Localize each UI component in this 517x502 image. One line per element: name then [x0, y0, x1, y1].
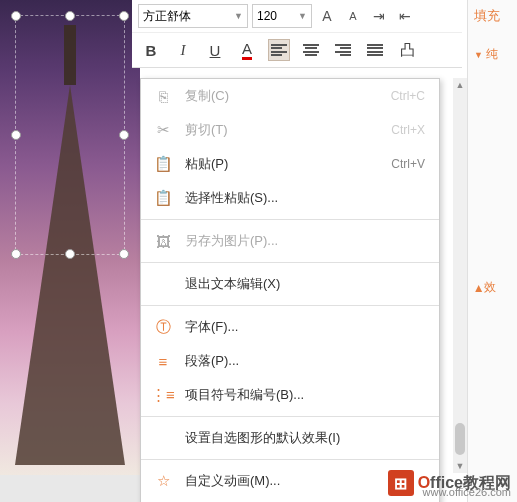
cut-icon: ✂	[151, 121, 175, 139]
side-panel: 填充 ▼ 纯 ▶ 效	[467, 0, 517, 502]
align-justify-button[interactable]	[364, 39, 386, 61]
slide-canvas[interactable]	[0, 0, 140, 475]
image-icon: 🖼	[151, 233, 175, 250]
highlight-button[interactable]: 凸	[396, 39, 418, 61]
resize-handle-bl[interactable]	[11, 249, 21, 259]
increase-indent-icon[interactable]: ⇥	[368, 5, 390, 27]
watermark-url: www.office26.com	[423, 486, 511, 498]
menu-copy: ⎘ 复制(C) Ctrl+C	[141, 79, 439, 113]
triangle-down-icon: ▼	[474, 50, 483, 60]
copy-icon: ⎘	[151, 88, 175, 105]
font-family-select[interactable]: 方正舒体 ▼	[138, 4, 248, 28]
menu-paste-special[interactable]: 📋 选择性粘贴(S)...	[141, 181, 439, 215]
chevron-down-icon: ▼	[234, 11, 243, 21]
scroll-thumb[interactable]	[455, 423, 465, 455]
menu-separator	[141, 262, 439, 263]
canvas-bottom-border	[0, 475, 140, 502]
menu-paste[interactable]: 📋 粘贴(P) Ctrl+V	[141, 147, 439, 181]
side-panel-tab-fill[interactable]: 填充	[474, 4, 511, 28]
menu-default-shape-label: 设置自选图形的默认效果(I)	[185, 429, 425, 447]
resize-handle-bc[interactable]	[65, 249, 75, 259]
paragraph-icon: ≡	[151, 353, 175, 370]
menu-paragraph[interactable]: ≡ 段落(P)...	[141, 344, 439, 378]
font-family-value: 方正舒体	[143, 8, 191, 25]
menu-font-label: 字体(F)...	[185, 318, 425, 336]
paste-special-icon: 📋	[151, 189, 175, 207]
menu-action-settings[interactable]: ▷ 动作设置(A)...	[141, 498, 439, 502]
toolbar-row-font: 方正舒体 ▼ 120 ▼ A A ⇥ ⇤	[132, 0, 462, 33]
font-icon: Ⓣ	[151, 318, 175, 337]
context-menu: ⎘ 复制(C) Ctrl+C ✂ 剪切(T) Ctrl+X 📋 粘贴(P) Ct…	[140, 78, 440, 502]
menu-cut-label: 剪切(T)	[185, 121, 391, 139]
menu-separator	[141, 416, 439, 417]
menu-exit-text-edit-label: 退出文本编辑(X)	[185, 275, 425, 293]
align-left-button[interactable]	[268, 39, 290, 61]
resize-handle-tl[interactable]	[11, 11, 21, 21]
menu-copy-shortcut: Ctrl+C	[391, 89, 425, 103]
increase-font-button[interactable]: A	[316, 5, 338, 27]
menu-font[interactable]: Ⓣ 字体(F)...	[141, 310, 439, 344]
side-panel-item-label: 纯	[486, 46, 498, 63]
menu-separator	[141, 305, 439, 306]
menu-cut-shortcut: Ctrl+X	[391, 123, 425, 137]
italic-button[interactable]: I	[172, 39, 194, 61]
resize-handle-br[interactable]	[119, 249, 129, 259]
side-panel-item-label: 效	[484, 279, 496, 296]
menu-default-shape-effect[interactable]: 设置自选图形的默认效果(I)	[141, 421, 439, 455]
paste-icon: 📋	[151, 155, 175, 173]
formatting-toolbar: 方正舒体 ▼ 120 ▼ A A ⇥ ⇤ B I U A 凸	[132, 0, 462, 68]
menu-paste-shortcut: Ctrl+V	[391, 157, 425, 171]
side-panel-section-solid[interactable]: ▼ 纯	[474, 38, 511, 71]
vertical-scrollbar[interactable]: ▲ ▼	[453, 78, 467, 473]
side-panel-section-effects[interactable]: ▶ 效	[474, 271, 511, 304]
menu-bullets-label: 项目符号和编号(B)...	[185, 386, 425, 404]
font-size-value: 120	[257, 9, 277, 23]
menu-cut: ✂ 剪切(T) Ctrl+X	[141, 113, 439, 147]
resize-handle-tr[interactable]	[119, 11, 129, 21]
menu-paste-special-label: 选择性粘贴(S)...	[185, 189, 425, 207]
menu-bullets-numbering[interactable]: ⋮≡ 项目符号和编号(B)...	[141, 378, 439, 412]
scroll-up-icon[interactable]: ▲	[453, 78, 467, 92]
list-icon: ⋮≡	[151, 386, 175, 404]
font-color-button[interactable]: A	[236, 39, 258, 61]
chevron-down-icon: ▼	[298, 11, 307, 21]
menu-paste-label: 粘贴(P)	[185, 155, 391, 173]
bold-button[interactable]: B	[140, 39, 162, 61]
office-logo-icon: ⊞	[388, 470, 414, 496]
decrease-indent-icon[interactable]: ⇤	[394, 5, 416, 27]
star-icon: ☆	[151, 472, 175, 490]
triangle-right-icon: ▶	[473, 284, 483, 291]
toolbar-row-format: B I U A 凸	[132, 33, 462, 67]
resize-handle-ml[interactable]	[11, 130, 21, 140]
align-center-button[interactable]	[300, 39, 322, 61]
menu-paragraph-label: 段落(P)...	[185, 352, 425, 370]
menu-save-as-picture: 🖼 另存为图片(P)...	[141, 224, 439, 258]
menu-separator	[141, 459, 439, 460]
menu-copy-label: 复制(C)	[185, 87, 391, 105]
resize-handle-mr[interactable]	[119, 130, 129, 140]
resize-handle-tc[interactable]	[65, 11, 75, 21]
watermark: ⊞ Office教程网 www.office26.com	[388, 470, 511, 496]
align-right-button[interactable]	[332, 39, 354, 61]
font-size-select[interactable]: 120 ▼	[252, 4, 312, 28]
text-box-selection[interactable]	[15, 15, 125, 255]
decrease-font-button[interactable]: A	[342, 5, 364, 27]
menu-separator	[141, 219, 439, 220]
menu-exit-text-edit[interactable]: 退出文本编辑(X)	[141, 267, 439, 301]
menu-save-as-picture-label: 另存为图片(P)...	[185, 232, 425, 250]
underline-button[interactable]: U	[204, 39, 226, 61]
